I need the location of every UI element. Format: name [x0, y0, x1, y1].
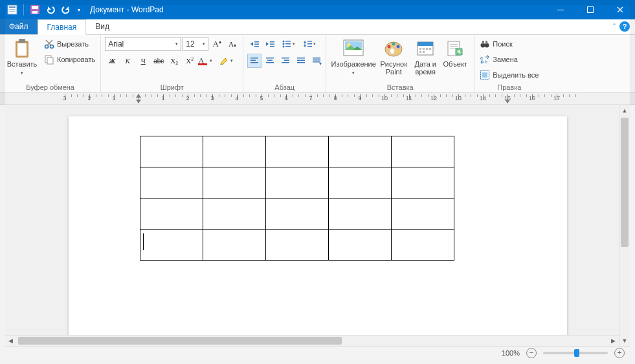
- image-icon: [343, 38, 364, 59]
- svg-rect-71: [485, 41, 487, 44]
- tab-file[interactable]: Файл: [0, 19, 38, 34]
- qat-customize-icon[interactable]: ▾: [74, 3, 84, 17]
- svg-text:a: a: [480, 56, 483, 60]
- bullets-button[interactable]: ▾: [278, 37, 298, 51]
- table-cell[interactable]: [203, 136, 265, 167]
- help-icon[interactable]: ?: [619, 21, 630, 32]
- maximize-button[interactable]: [575, 0, 605, 19]
- scroll-left-arrow[interactable]: ◀: [5, 336, 16, 346]
- insert-paint-button[interactable]: Рисунок Paint: [377, 37, 410, 77]
- paragraph-dialog-button[interactable]: [309, 54, 324, 68]
- paste-button[interactable]: Вставить▾: [4, 37, 40, 78]
- svg-point-23: [282, 43, 284, 45]
- font-size-input[interactable]: 12▾: [183, 37, 208, 51]
- tab-view[interactable]: Вид: [86, 19, 118, 34]
- align-left-button[interactable]: [247, 54, 262, 68]
- bold-button[interactable]: Ж: [105, 54, 119, 68]
- shrink-font-button[interactable]: A▾: [225, 37, 240, 51]
- table-cell[interactable]: [140, 167, 203, 198]
- undo-icon[interactable]: [43, 3, 58, 17]
- align-center-button[interactable]: [263, 54, 277, 68]
- vscroll-thumb[interactable]: [621, 118, 629, 247]
- font-color-button[interactable]: A▾: [198, 54, 217, 68]
- zoom-out-button[interactable]: −: [526, 348, 537, 358]
- insert-image-button[interactable]: Изображение▾: [330, 37, 377, 78]
- subscript-button[interactable]: X2: [167, 54, 181, 68]
- group-font: Arial▾ 12▾ A▴ A▾ Ж К Ч abc X2 X2 A▾ ▾ Шр…: [101, 35, 243, 92]
- strikethrough-button[interactable]: abc: [151, 54, 166, 68]
- svg-rect-19: [270, 41, 274, 43]
- hscroll-thumb[interactable]: [18, 337, 342, 345]
- table-cell[interactable]: [265, 136, 328, 167]
- table-cell[interactable]: [140, 230, 203, 261]
- table-cell[interactable]: [391, 136, 454, 167]
- table-cell[interactable]: [265, 167, 328, 198]
- scroll-down-arrow[interactable]: ▼: [619, 335, 630, 346]
- svg-rect-36: [267, 60, 273, 61]
- insert-object-button[interactable]: Объект: [440, 37, 470, 69]
- table-cell[interactable]: [140, 136, 203, 167]
- ruler[interactable]: 3211234567891011121314151617: [0, 93, 635, 105]
- line-spacing-button[interactable]: ▾: [299, 37, 318, 51]
- redo-icon[interactable]: [59, 3, 73, 17]
- italic-button[interactable]: К: [120, 54, 135, 68]
- svg-rect-42: [297, 60, 305, 61]
- svg-rect-61: [429, 48, 431, 50]
- table-cell[interactable]: [391, 230, 454, 261]
- scroll-up-arrow[interactable]: ▲: [619, 105, 630, 116]
- table-cell[interactable]: [328, 230, 391, 261]
- table-cell[interactable]: [328, 198, 391, 230]
- calendar-icon: [415, 38, 436, 59]
- zoom-thumb[interactable]: [574, 349, 579, 357]
- horizontal-scrollbar[interactable]: ◀ ▶: [5, 335, 619, 346]
- decrease-indent-button[interactable]: [247, 37, 262, 51]
- table-cell[interactable]: [203, 198, 265, 230]
- select-all-button[interactable]: Выделить все: [478, 68, 540, 82]
- align-right-button[interactable]: [278, 54, 293, 68]
- app-icon[interactable]: [5, 3, 19, 17]
- vertical-scrollbar[interactable]: ▲ ▼: [619, 105, 630, 346]
- close-button[interactable]: [605, 0, 635, 19]
- minimize-button[interactable]: [546, 0, 575, 19]
- ribbon: Вставить▾ Вырезать Копировать Буфер обме…: [0, 35, 635, 93]
- collapse-ribbon-icon[interactable]: ˆ: [613, 23, 616, 30]
- page[interactable]: [69, 116, 567, 336]
- cut-button[interactable]: Вырезать: [43, 37, 96, 51]
- find-button[interactable]: Поиск: [478, 37, 540, 51]
- document-area: ▲ ▼ ◀ ▶: [5, 105, 630, 346]
- superscript-button[interactable]: X2: [183, 54, 197, 68]
- justify-button[interactable]: [294, 54, 308, 68]
- table-cell[interactable]: [203, 230, 265, 261]
- svg-rect-75: [482, 72, 487, 78]
- increase-indent-button[interactable]: [263, 37, 277, 51]
- highlight-button[interactable]: ▾: [219, 54, 238, 68]
- scroll-right-arrow[interactable]: ▶: [608, 336, 619, 346]
- document-table[interactable]: [140, 136, 454, 261]
- zoom-level: 100%: [502, 349, 520, 357]
- insert-datetime-button[interactable]: Дата и время: [410, 37, 440, 77]
- status-bar: 100% − +: [5, 346, 630, 359]
- grow-font-button[interactable]: A▴: [210, 37, 224, 51]
- table-cell[interactable]: [391, 198, 454, 230]
- table-cell[interactable]: [391, 167, 454, 198]
- table-cell[interactable]: [265, 230, 328, 261]
- underline-button[interactable]: Ч: [136, 54, 150, 68]
- table-cell[interactable]: [328, 136, 391, 167]
- font-name-input[interactable]: Arial▾: [105, 37, 181, 51]
- tab-home[interactable]: Главная: [38, 19, 87, 35]
- zoom-slider[interactable]: [543, 352, 608, 354]
- save-icon[interactable]: [28, 3, 42, 17]
- svg-rect-33: [251, 60, 256, 61]
- table-cell[interactable]: [203, 167, 265, 198]
- table-cell[interactable]: [328, 167, 391, 198]
- replace-button[interactable]: ab Замена: [478, 52, 540, 67]
- svg-rect-28: [304, 42, 305, 46]
- svg-rect-38: [282, 58, 289, 59]
- table-cell[interactable]: [265, 198, 328, 230]
- zoom-in-button[interactable]: +: [614, 348, 625, 358]
- table-cell[interactable]: [140, 198, 203, 230]
- svg-rect-70: [482, 41, 484, 44]
- svg-rect-65: [450, 44, 458, 45]
- copy-button[interactable]: Копировать: [43, 52, 96, 67]
- group-label-clipboard: Буфер обмена: [4, 82, 96, 92]
